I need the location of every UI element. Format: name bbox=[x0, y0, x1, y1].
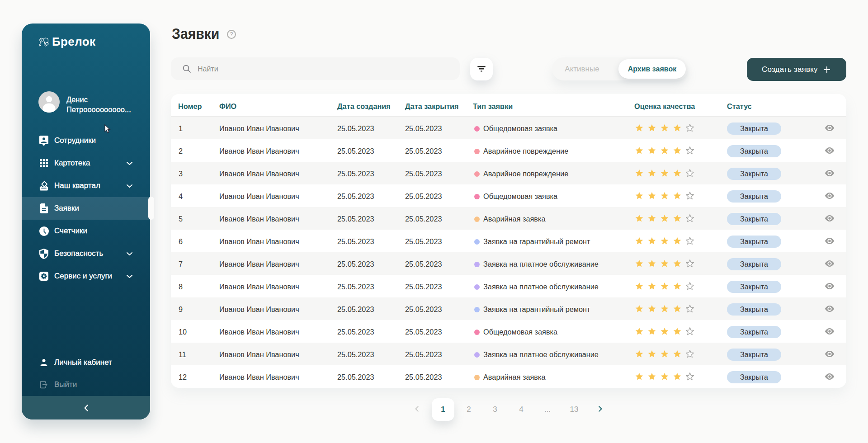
svg-text:?: ? bbox=[230, 31, 233, 38]
